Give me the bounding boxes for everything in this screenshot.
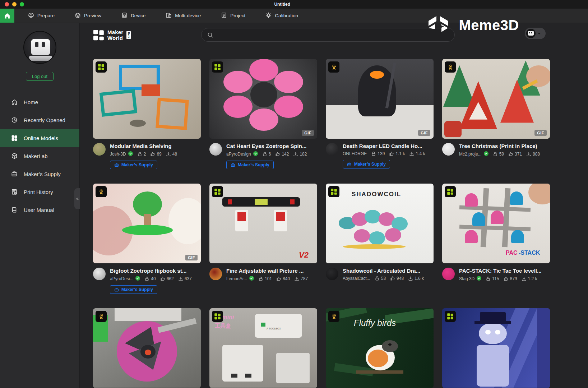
sidebar-item-maker-s-supply[interactable]: Maker’s Supply — [0, 165, 79, 183]
corner-badge-icon — [445, 186, 456, 197]
tab-project[interactable]: Project — [221, 12, 245, 19]
model-thumbnail[interactable]: GIF — [93, 184, 201, 263]
boost-icon — [375, 276, 380, 281]
author-avatar[interactable] — [442, 143, 455, 156]
account-menu[interactable] — [525, 28, 546, 39]
model-title[interactable]: Modular Media Shelving — [110, 143, 201, 149]
user-avatar[interactable] — [23, 31, 56, 64]
main-tabbar: Prepare Preview Device Multi-device Proj… — [0, 9, 588, 23]
author-name[interactable]: aPyroDesign — [226, 152, 251, 157]
sidebar-item-print-history[interactable]: Print History — [0, 183, 79, 201]
makerworld-lime-logo-icon — [98, 64, 105, 70]
makers-supply-button[interactable]: Maker’s Supply — [343, 160, 390, 168]
sidebar-item-online-models[interactable]: Online Models — [0, 129, 79, 147]
author-name[interactable]: Josh-3D — [110, 152, 126, 157]
downloads-stat: 787 — [294, 276, 308, 281]
model-thumbnail[interactable]: V2 — [209, 184, 317, 263]
model-thumbnail[interactable] — [93, 59, 201, 139]
home-tab-button[interactable] — [0, 9, 14, 23]
makers-supply-button[interactable]: Maker’s Supply — [110, 161, 157, 169]
model-thumbnail[interactable]: A TOOLBOXA1mini工具盒 — [209, 308, 317, 388]
boost-icon — [486, 276, 491, 281]
boost-icon — [371, 151, 376, 156]
model-thumbnail[interactable]: PAC-STACK — [442, 184, 550, 263]
contest-medal-icon — [98, 313, 105, 320]
author-avatar[interactable] — [93, 268, 106, 280]
downloads-stat: 182 — [293, 152, 307, 157]
makerlab-icon — [11, 153, 18, 159]
author-name[interactable]: AbyssalCact... — [343, 276, 370, 281]
tab-label: Project — [230, 13, 245, 18]
author-avatar[interactable] — [326, 268, 338, 280]
model-title[interactable]: Shadowcoil - Articulated Dra... — [343, 268, 434, 274]
supply-icon — [11, 171, 18, 177]
corner-badge-icon — [445, 61, 456, 73]
contest-medal-icon — [330, 313, 338, 320]
search-input[interactable] — [216, 28, 454, 41]
author-name[interactable]: ONI.FORGE — [343, 151, 367, 156]
model-title[interactable]: PAC-STACK: Tic Tac Toe levell... — [459, 268, 550, 274]
makers-supply-button[interactable]: Maker’s Supply — [226, 161, 274, 169]
sidebar-item-home[interactable]: Home — [0, 93, 79, 111]
author-avatar[interactable] — [93, 143, 106, 156]
model-thumbnail[interactable] — [442, 308, 550, 388]
model-card: GIF Bigfoot Zoetrope flipbook st... aPyr… — [93, 184, 201, 294]
makerworld-logo[interactable]: Maker World Beta — [93, 29, 131, 41]
model-thumbnail[interactable]: GIF — [209, 59, 317, 139]
corner-badge-icon — [328, 311, 339, 322]
author-avatar[interactable] — [326, 143, 338, 156]
clock-icon — [11, 117, 18, 123]
corner-badge-icon — [328, 186, 339, 197]
verified-badge-icon — [484, 151, 489, 157]
model-thumbnail[interactable]: SHADOWCOIL — [326, 184, 434, 263]
author-name[interactable]: Mc2.proje... — [459, 152, 482, 157]
printhistory-icon — [11, 189, 18, 195]
search-bar[interactable] — [201, 28, 455, 42]
sidebar-collapse-handle[interactable] — [74, 188, 80, 209]
author-avatar[interactable] — [209, 143, 222, 156]
boost-stat: 115 — [486, 276, 499, 281]
likes-stat: 662 — [160, 276, 174, 281]
author-name[interactable]: aPyroDesi... — [110, 276, 133, 281]
likes-stat: 948 — [390, 276, 404, 281]
toolbox-icon — [114, 163, 119, 167]
author-name[interactable]: Stag 3D — [459, 276, 474, 281]
tab-calibration[interactable]: Calibration — [265, 12, 298, 19]
close-window-button[interactable] — [5, 2, 9, 6]
author-name[interactable]: LemonAr... — [226, 276, 247, 281]
minimize-window-button[interactable] — [12, 2, 17, 6]
tab-preview[interactable]: Preview — [75, 12, 101, 19]
makers-supply-button[interactable]: Maker’s Supply — [110, 285, 157, 294]
sidebar-item-makerlab[interactable]: MakerLab — [0, 147, 79, 165]
model-thumbnail[interactable]: GIF — [326, 59, 434, 139]
tab-device[interactable]: Device — [121, 12, 145, 19]
boost-stat: 59 — [493, 152, 504, 157]
model-thumbnail[interactable] — [93, 308, 201, 388]
model-title[interactable]: Cat Heart Eyes Zoetrope Spin... — [226, 143, 317, 149]
zoom-window-button[interactable] — [20, 2, 24, 6]
boost-stat: 6 — [262, 152, 271, 157]
sidebar-item-icon — [11, 171, 18, 177]
makerworld-lime-logo-icon — [214, 188, 221, 195]
model-thumbnail[interactable]: Fluffy birds — [326, 308, 434, 388]
author-avatar[interactable] — [442, 268, 455, 280]
model-title[interactable]: Bigfoot Zoetrope flipbook st... — [110, 268, 201, 274]
verified-badge-icon — [135, 276, 140, 282]
downloads-stat: 1.2 k — [522, 276, 537, 281]
author-avatar[interactable] — [209, 268, 222, 280]
tab-prepare[interactable]: Prepare — [28, 12, 55, 19]
sidebar-item-icon — [11, 153, 18, 159]
downloads-stat: 888 — [526, 152, 540, 157]
model-thumbnail[interactable]: GIF — [442, 59, 550, 139]
model-title[interactable]: Death Reaper LED Candle Ho... — [343, 143, 434, 149]
model-title[interactable]: Fine Adjustable wall Picture ... — [226, 268, 317, 274]
sidebar-item-user-manual[interactable]: User Manual — [0, 201, 79, 219]
sidebar-item-recently-opened[interactable]: Recently Opened — [0, 111, 79, 129]
download-icon — [522, 276, 527, 281]
tab-multi-device[interactable]: Multi-device — [166, 12, 201, 19]
sidebar-item-label: Maker’s Supply — [24, 171, 61, 177]
tab-icon — [265, 12, 272, 19]
model-title[interactable]: Tree Christmas (Print in Place) — [459, 143, 550, 149]
logout-button[interactable]: Log out — [26, 72, 54, 81]
robot-avatar-face — [31, 39, 50, 55]
